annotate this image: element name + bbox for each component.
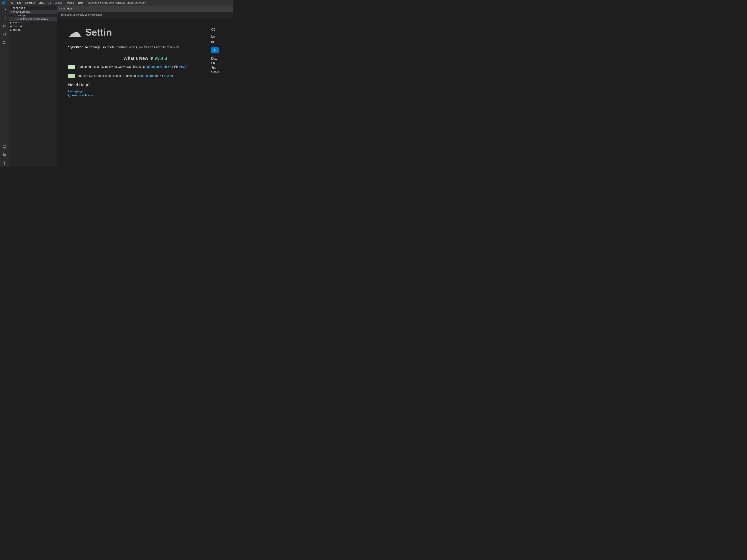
- activity-debug[interactable]: [1, 31, 8, 38]
- sync-description: Synchronize settings, snippets, themes, …: [68, 45, 222, 50]
- change-text-2: Improve UX for the Force Upload (Thanks …: [77, 74, 173, 78]
- karl-link[interactable]: @karl-lunarg: [137, 74, 154, 77]
- menu-view[interactable]: View: [37, 1, 45, 5]
- sidebar-header: EXPLORER: [9, 5, 57, 10]
- activity-explorer[interactable]: [1, 6, 8, 14]
- down-links: Dow Sh Spo Conta: [211, 57, 233, 74]
- sh-item: Sh: [211, 61, 233, 65]
- signin-button[interactable]: L: [211, 47, 218, 53]
- menu-file[interactable]: File: [8, 1, 15, 5]
- welcome-file-icon: ≡: [17, 18, 19, 20]
- whats-new-label: What's New in: [123, 56, 155, 61]
- activity-bar: [0, 5, 9, 167]
- svg-point-2: [3, 25, 4, 26]
- down-label: Dow: [211, 57, 233, 60]
- menu-bar: File Edit Selection View Go Debug Termin…: [8, 1, 84, 5]
- command-input-field[interactable]: [63, 7, 232, 10]
- activity-source-control[interactable]: [1, 23, 8, 30]
- command-input-bar: ≡ S: [57, 5, 233, 12]
- activity-folder[interactable]: [1, 151, 8, 159]
- welcome-file-item[interactable]: ✕ ≡ Welcome to Settings Sync: [9, 17, 57, 21]
- sync-rest: settings, snippets, themes, icons, exten…: [88, 45, 179, 49]
- outline-section-header[interactable]: ▶ OUTLINE: [9, 24, 57, 28]
- menu-terminal[interactable]: Terminal: [64, 1, 76, 5]
- welcome-file-name: Welcome to Settings Sync: [20, 18, 48, 20]
- open-editors-section-header[interactable]: ▼ OPEN EDITORS: [9, 10, 57, 14]
- open-editors-chevron: ▼: [10, 11, 12, 13]
- menu-selection[interactable]: Selection: [24, 1, 36, 5]
- menu-debug[interactable]: Debug: [53, 1, 63, 5]
- titlebar-left: File Edit Selection View Go Debug Termin…: [2, 1, 84, 5]
- window-title: Welcome to Settings Sync - 32project - V…: [88, 1, 146, 4]
- homepage-link[interactable]: Homepage: [68, 90, 222, 93]
- command-palette: ≡ S Press Enter to manage your extension…: [57, 5, 233, 18]
- need-help-heading: Need Help?: [68, 83, 222, 87]
- pr-1020-link[interactable]: #1020: [179, 65, 187, 68]
- svg-point-3: [3, 27, 4, 28]
- right-col-desc2: or: [211, 39, 233, 45]
- change-badge-2: [68, 74, 75, 78]
- main-layout: EXPLORER ▼ OPEN EDITORS ≡ Settings ✕ ≡ W…: [0, 5, 233, 167]
- sidebar: EXPLORER ▼ OPEN EDITORS ≡ Settings ✕ ≡ W…: [9, 5, 57, 167]
- todos-label: TODOS: [13, 29, 21, 31]
- pr-1042-link[interactable]: #1042: [164, 74, 172, 77]
- change-item-1: Add content security policy for webviews…: [68, 64, 222, 69]
- 32project-chevron: ▶: [10, 22, 12, 24]
- todos-section-header[interactable]: ▶ TODOS: [9, 28, 57, 32]
- change-text-1: Add content security policy for webviews…: [77, 64, 188, 69]
- vscode-logo-icon: [2, 1, 5, 4]
- todos-chevron: ▶: [10, 29, 12, 31]
- cloud-icon: ☁: [68, 26, 81, 39]
- menu-go[interactable]: Go: [46, 1, 52, 5]
- settings-file-name: Settings: [17, 14, 26, 17]
- activity-tree[interactable]: [1, 159, 8, 167]
- activity-search[interactable]: [1, 15, 8, 22]
- questions-link[interactable]: Questions & Issues: [68, 94, 222, 97]
- 32project-label: 32PROJECT: [13, 22, 26, 24]
- version-label: v3.4.3: [155, 56, 167, 61]
- right-col-heading: C: [211, 26, 233, 34]
- settings-file-item[interactable]: ≡ Settings: [9, 14, 57, 17]
- spo-item: Spo: [211, 66, 233, 69]
- change-badge-1: [68, 65, 75, 69]
- svg-marker-1: [2, 2, 3, 4]
- command-suggestion: Press Enter to manage your extensions.: [57, 12, 233, 18]
- open-editors-label: OPEN EDITORS: [13, 11, 30, 13]
- editor-area: ≡ S Press Enter to manage your extension…: [57, 5, 233, 167]
- activity-remote[interactable]: [1, 143, 8, 150]
- welcome-header: ☁ Settin: [68, 26, 222, 39]
- conta-item: Conta: [211, 70, 233, 74]
- activity-extensions[interactable]: [1, 39, 8, 46]
- welcome-content: ☁ Settin Synchronize settings, snippets,…: [57, 18, 233, 167]
- titlebar: File Edit Selection View Go Debug Termin…: [0, 0, 233, 5]
- settings-file-icon: ≡: [15, 14, 16, 17]
- whats-new-header: What's New in v3.4.3: [68, 56, 222, 61]
- change-item-2: Improve UX for the Force Upload (Thanks …: [68, 74, 222, 78]
- outline-label: OUTLINE: [13, 25, 23, 27]
- sync-bold: Synchronize: [68, 45, 88, 49]
- settings-sync-title: Settin: [85, 27, 112, 38]
- menu-help[interactable]: Help: [77, 1, 85, 5]
- right-col-desc1: Lo: [211, 34, 233, 39]
- parkour-link[interactable]: @ParkourKarthik: [146, 65, 169, 68]
- command-prefix: ≡ S: [58, 7, 62, 10]
- outline-chevron: ▶: [10, 25, 12, 27]
- right-column: C Lo or L Dow Sh Spo Conta: [211, 18, 233, 82]
- menu-edit[interactable]: Edit: [16, 1, 23, 5]
- 32project-section-header[interactable]: ▶ 32PROJECT: [9, 21, 57, 24]
- welcome-file-close[interactable]: ✕: [15, 18, 17, 20]
